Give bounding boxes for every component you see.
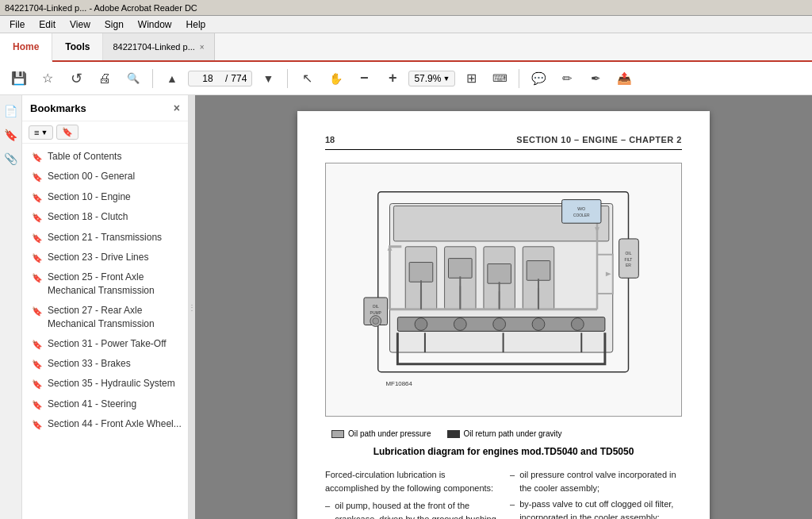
bm-item-s35[interactable]: 🔖 Section 35 - Hydraulic System bbox=[22, 374, 188, 394]
bm-item-s31[interactable]: 🔖 Section 31 - Power Take-Off bbox=[22, 334, 188, 354]
legend-item-gravity: Oil return path under gravity bbox=[447, 429, 562, 438]
tab-tools[interactable]: Tools bbox=[52, 33, 103, 60]
bm-item-s25[interactable]: 🔖 Section 25 - Front Axle Mechanical Tra… bbox=[22, 267, 188, 301]
fit-page-button[interactable]: ⊞ bbox=[458, 67, 484, 90]
title-bar: 84221704-Linked p... - Adobe Acrobat Rea… bbox=[0, 0, 812, 16]
highlight-button[interactable]: ✏ bbox=[554, 67, 580, 90]
bm-item-s41[interactable]: 🔖 Section 41 - Steering bbox=[22, 394, 188, 414]
svg-point-14 bbox=[493, 318, 506, 331]
legend-item-pressure: Oil path under pressure bbox=[331, 429, 431, 438]
svg-point-16 bbox=[572, 318, 584, 331]
body-two-col: Forced-circulation lubrication is accomp… bbox=[325, 468, 682, 519]
menu-file[interactable]: File bbox=[3, 17, 31, 32]
page-header-title: SECTION 10 – ENGINE – CHAPTER 2 bbox=[516, 135, 682, 144]
legend-label-pressure: Oil path under pressure bbox=[348, 429, 431, 438]
page-total: 774 bbox=[231, 73, 247, 84]
hand-tool-button[interactable]: ✋ bbox=[323, 67, 348, 90]
body-right: – oil pressure control valve incorporate… bbox=[510, 468, 682, 519]
bullet-text-1: oil pump, housed at the front of the cra… bbox=[335, 499, 497, 519]
page-up-button[interactable]: ▲ bbox=[159, 67, 185, 90]
chevron-down-icon: ▼ bbox=[40, 129, 48, 136]
menu-edit[interactable]: Edit bbox=[33, 17, 62, 32]
engine-svg: OIL PUMP OIL FILT ER W/O COOLER bbox=[343, 176, 663, 403]
print-button[interactable]: 🖨 bbox=[92, 67, 117, 90]
body-left: Forced-circulation lubrication is accomp… bbox=[325, 468, 497, 519]
menu-help[interactable]: Help bbox=[180, 17, 213, 32]
toolbar: 💾 ☆ ↺ 🖨 🔍 ▲ / 774 ▼ ↖ ✋ − + 57.9% ▼ ⊞ ⌨ … bbox=[0, 62, 812, 95]
bm-item-toc[interactable]: 🔖 Table of Contents bbox=[22, 147, 188, 167]
menu-window[interactable]: Window bbox=[132, 17, 178, 32]
select-tool-button[interactable]: ↖ bbox=[294, 67, 320, 90]
page-nav: / 774 bbox=[188, 71, 252, 86]
save-button[interactable]: 💾 bbox=[6, 67, 32, 90]
bookmark-button[interactable]: ☆ bbox=[35, 67, 60, 90]
list-icon: ≡ bbox=[34, 128, 39, 137]
legend-label-gravity: Oil return path under gravity bbox=[464, 429, 562, 438]
doc-tab[interactable]: 84221704-Linked p... × bbox=[103, 33, 214, 60]
resize-handle[interactable]: ⋮ bbox=[189, 95, 195, 519]
bookmark-icon: 🔖 bbox=[32, 339, 43, 351]
bm-item-s21[interactable]: 🔖 Section 21 - Transmissions bbox=[22, 228, 188, 248]
bm-item-label: Section 35 - Hydraulic System bbox=[48, 377, 182, 390]
bm-item-s23[interactable]: 🔖 Section 23 - Drive Lines bbox=[22, 248, 188, 267]
bookmark-icon: 🔖 bbox=[32, 252, 43, 264]
page-header-num: 18 bbox=[325, 135, 335, 144]
menu-view[interactable]: View bbox=[63, 17, 97, 32]
bookmarks-search-btn[interactable]: 🔖 bbox=[56, 125, 79, 140]
bm-item-s44[interactable]: 🔖 Section 44 - Front Axle Wheel... bbox=[22, 414, 188, 434]
bookmarks-close-button[interactable]: × bbox=[174, 102, 180, 114]
sign-button[interactable]: ✒ bbox=[583, 67, 608, 90]
menu-sign[interactable]: Sign bbox=[98, 17, 130, 32]
bookmark-icon: 🔖 bbox=[32, 419, 43, 431]
window-title: 84221704-Linked p... - Adobe Acrobat Rea… bbox=[5, 3, 197, 13]
bookmarks-list-btn[interactable]: ≡ ▼ bbox=[29, 125, 53, 140]
zoom-select[interactable]: 57.9% ▼ bbox=[408, 71, 455, 86]
sidebar-icon-page[interactable]: 📄 bbox=[2, 102, 21, 121]
engine-diagram: OIL PUMP OIL FILT ER W/O COOLER bbox=[325, 163, 682, 417]
zoom-small-button[interactable]: 🔍 bbox=[121, 67, 146, 90]
bm-item-s00[interactable]: 🔖 Section 00 - General bbox=[22, 167, 188, 186]
bm-item-label: Section 31 - Power Take-Off bbox=[48, 337, 182, 351]
bookmark-icon: 🔖 bbox=[32, 306, 43, 317]
tab-home[interactable]: Home bbox=[0, 33, 52, 62]
bullet-text-4: by-pass valve to cut off clogged oil fil… bbox=[519, 498, 682, 519]
toolbar-sep-3 bbox=[519, 69, 519, 88]
diagram-caption: Lubrication diagram for engines mod.TD50… bbox=[325, 446, 682, 457]
bm-item-s18[interactable]: 🔖 Section 18 - Clutch bbox=[22, 207, 188, 227]
svg-text:MF10864: MF10864 bbox=[386, 380, 413, 387]
bullet-text-3: oil pressure control valve incorporated … bbox=[519, 468, 682, 494]
sidebar-icon-attachment[interactable]: 📎 bbox=[2, 149, 21, 168]
keyboard-button[interactable]: ⌨ bbox=[487, 67, 512, 90]
share-button[interactable]: 📤 bbox=[611, 67, 637, 90]
page-down-button[interactable]: ▼ bbox=[255, 67, 281, 90]
bm-item-label: Section 27 - Rear Axle Mechanical Transm… bbox=[48, 304, 182, 331]
doc-tab-close[interactable]: × bbox=[200, 43, 205, 52]
bookmarks-title: Bookmarks bbox=[30, 102, 86, 114]
zoom-dropdown-icon: ▼ bbox=[442, 75, 450, 83]
bm-item-s33[interactable]: 🔖 Section 33 - Brakes bbox=[22, 354, 188, 374]
comment-button[interactable]: 💬 bbox=[526, 67, 551, 90]
svg-text:ER: ER bbox=[626, 263, 631, 267]
doc-area: 18 SECTION 10 – ENGINE – CHAPTER 2 bbox=[195, 95, 812, 519]
svg-text:COOLER: COOLER bbox=[573, 213, 590, 217]
svg-rect-10 bbox=[527, 260, 551, 280]
page-number-input[interactable] bbox=[193, 73, 222, 84]
svg-point-12 bbox=[415, 318, 427, 331]
bm-item-label: Section 18 - Clutch bbox=[48, 210, 182, 224]
refresh-button[interactable]: ↺ bbox=[63, 67, 89, 90]
zoom-out-button[interactable]: − bbox=[351, 67, 377, 90]
bookmark-search-icon: 🔖 bbox=[62, 127, 73, 137]
bookmark-icon: 🔖 bbox=[32, 233, 43, 244]
svg-text:OIL: OIL bbox=[373, 305, 379, 309]
svg-point-21 bbox=[373, 318, 379, 325]
zoom-in-button[interactable]: + bbox=[380, 67, 405, 90]
bookmark-icon: 🔖 bbox=[32, 379, 43, 390]
bullet-1: – oil pump, housed at the front of the c… bbox=[325, 499, 497, 519]
bm-item-s27[interactable]: 🔖 Section 27 - Rear Axle Mechanical Tran… bbox=[22, 301, 188, 334]
bookmark-icon: 🔖 bbox=[32, 399, 43, 411]
bullet-3: – oil pressure control valve incorporate… bbox=[510, 468, 682, 494]
bookmarks-toolbar: ≡ ▼ 🔖 bbox=[22, 121, 188, 144]
doc-tab-label: 84221704-Linked p... bbox=[113, 42, 194, 52]
bm-item-s10[interactable]: 🔖 Section 10 - Engine bbox=[22, 187, 188, 207]
sidebar-icon-bookmark[interactable]: 🔖 bbox=[2, 125, 21, 144]
